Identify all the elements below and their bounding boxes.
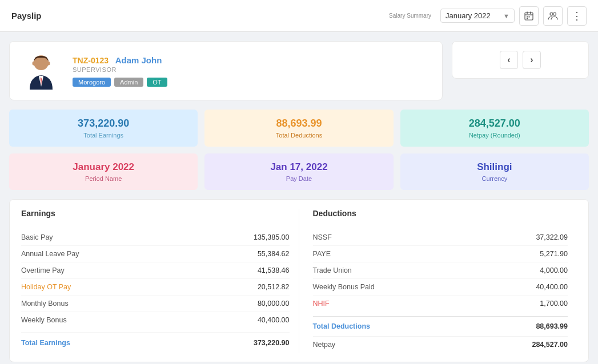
- earnings-item-value: 135,385.00: [254, 233, 290, 241]
- tag-ot: OT: [147, 78, 167, 87]
- netpay-row-label: Netpay: [313, 341, 336, 349]
- employee-role: SUPERVISOR: [73, 66, 431, 73]
- employee-header-line: TNZ-0123 Adam John: [73, 55, 431, 65]
- employee-section: TNZ-0123 Adam John SUPERVISOR Morogoro A…: [9, 41, 443, 100]
- employee-info: TNZ-0123 Adam John SUPERVISOR Morogoro A…: [73, 55, 431, 87]
- pay-date-card: Jan 17, 2022 Pay Date: [204, 153, 393, 190]
- total-deductions-label: Total Deductions: [214, 132, 384, 139]
- chevron-down-icon: ▼: [503, 13, 509, 19]
- pay-date-value: Jan 17, 2022: [214, 161, 384, 173]
- detail-card: Earnings Basic Pay135,385.00Annual Leave…: [9, 199, 589, 362]
- top-row: TNZ-0123 Adam John SUPERVISOR Morogoro A…: [9, 41, 589, 100]
- period-name-label: Period Name: [18, 175, 188, 182]
- period-name-value: January 2022: [18, 161, 188, 173]
- nav-section: ‹ ›: [452, 41, 589, 100]
- total-earnings-label: Total Earnings: [18, 132, 188, 139]
- earnings-line-item: Holiday OT Pay20,512.82: [21, 279, 290, 296]
- svg-point-10: [32, 61, 35, 65]
- tag-admin: Admin: [114, 78, 143, 87]
- chevron-left-icon: ‹: [507, 55, 510, 65]
- deductions-line-item: PAYE5,271.90: [313, 246, 568, 262]
- earnings-line-item: Annual Leave Pay55,384.62: [21, 246, 290, 262]
- pay-date-label: Pay Date: [214, 175, 384, 182]
- earnings-column: Earnings Basic Pay135,385.00Annual Leave…: [21, 209, 299, 353]
- earnings-line-item: Overtime Pay41,538.46: [21, 262, 290, 279]
- earnings-item-value: 20,512.82: [258, 283, 290, 291]
- period-select[interactable]: January 2022 ▼: [440, 9, 515, 23]
- employee-card: TNZ-0123 Adam John SUPERVISOR Morogoro A…: [9, 41, 443, 100]
- deductions-item-name: NSSF: [313, 233, 332, 241]
- app-header: Payslip Salary Summary January 2022 ▼: [0, 0, 598, 32]
- calendar-button[interactable]: [519, 6, 539, 26]
- earnings-line-item: Weekly Bonus40,400.00: [21, 312, 290, 328]
- people-icon: [548, 11, 558, 21]
- detail-grid: Earnings Basic Pay135,385.00Annual Leave…: [21, 209, 577, 353]
- earnings-item-value: 55,384.62: [258, 250, 290, 258]
- earnings-line-item: Monthly Bonus80,000.00: [21, 296, 290, 312]
- nav-card: ‹ ›: [452, 41, 589, 79]
- earnings-total-row: Total Earnings 373,220.90: [21, 333, 290, 353]
- deductions-title: Deductions: [313, 209, 568, 223]
- earnings-items: Basic Pay135,385.00Annual Leave Pay55,38…: [21, 229, 290, 328]
- deductions-item-value: 1,700.00: [540, 300, 568, 308]
- total-deductions-card: 88,693.99 Total Deductions: [204, 110, 393, 147]
- earnings-item-value: 80,000.00: [258, 300, 290, 308]
- deductions-items: NSSF37,322.09PAYE5,271.90Trade Union4,00…: [313, 229, 568, 312]
- netpay-row-value: 284,527.00: [532, 341, 568, 349]
- chevron-right-icon: ›: [530, 55, 533, 65]
- earnings-item-name: Holiday OT Pay: [21, 283, 71, 291]
- period-name-card: January 2022 Period Name: [9, 153, 198, 190]
- deductions-line-item: Trade Union4,000.00: [313, 262, 568, 279]
- deductions-total-row: Total Deductions 88,693.99: [313, 316, 568, 336]
- earnings-title: Earnings: [21, 209, 290, 223]
- earnings-item-name: Annual Leave Pay: [21, 250, 79, 258]
- deductions-line-item: Weekly Bonus Paid40,400.00: [313, 279, 568, 296]
- more-icon: ⋮: [572, 11, 582, 21]
- next-button[interactable]: ›: [523, 51, 541, 69]
- people-button[interactable]: [543, 6, 563, 26]
- period-select-text: January 2022: [446, 11, 500, 20]
- svg-rect-6: [527, 18, 528, 19]
- svg-point-11: [47, 61, 50, 65]
- deductions-item-name: PAYE: [313, 250, 331, 258]
- earnings-item-name: Basic Pay: [21, 233, 53, 241]
- currency-card: Shilingi Currency: [400, 153, 589, 190]
- deductions-item-name: Weekly Bonus Paid: [313, 283, 375, 291]
- netpay-label: Netpay (Rounded): [410, 132, 580, 139]
- salary-summary-label: Salary Summary: [389, 13, 431, 19]
- stats-section: 373,220.90 Total Earnings 88,693.99 Tota…: [9, 110, 589, 190]
- total-deductions-value: 88,693.99: [214, 118, 384, 130]
- avatar-icon: [23, 52, 60, 90]
- deductions-item-value: 40,400.00: [536, 283, 568, 291]
- earnings-item-value: 41,538.46: [258, 266, 290, 274]
- netpay-value: 284,527.00: [410, 118, 580, 130]
- earnings-total-label: Total Earnings: [21, 339, 70, 347]
- earnings-line-item: Basic Pay135,385.00: [21, 229, 290, 246]
- total-earnings-value: 373,220.90: [18, 118, 188, 130]
- more-options-button[interactable]: ⋮: [567, 6, 587, 26]
- deductions-line-item: NSSF37,322.09: [313, 229, 568, 246]
- app-title: Payslip: [11, 11, 42, 21]
- deductions-total-value: 88,693.99: [536, 322, 568, 330]
- calendar-icon: [524, 11, 533, 21]
- deductions-total-label: Total Deductions: [313, 322, 370, 330]
- stats-grid: 373,220.90 Total Earnings 88,693.99 Tota…: [9, 110, 589, 190]
- tag-morogoro: Morogoro: [73, 78, 111, 87]
- svg-rect-4: [527, 16, 528, 17]
- total-earnings-card: 373,220.90 Total Earnings: [9, 110, 198, 147]
- earnings-item-name: Weekly Bonus: [21, 316, 67, 324]
- header-right: Salary Summary January 2022 ▼: [389, 6, 587, 26]
- earnings-item-name: Monthly Bonus: [21, 300, 69, 308]
- employee-id: TNZ-0123: [73, 56, 109, 65]
- deductions-column: Deductions NSSF37,322.09PAYE5,271.90Trad…: [299, 209, 577, 353]
- earnings-total-value: 373,220.90: [254, 339, 290, 347]
- deductions-item-value: 4,000.00: [540, 266, 568, 274]
- prev-button[interactable]: ‹: [500, 51, 518, 69]
- deductions-item-name: Trade Union: [313, 266, 352, 274]
- earnings-item-name: Overtime Pay: [21, 266, 65, 274]
- netpay-card: 284,527.00 Netpay (Rounded): [400, 110, 589, 147]
- employee-name: Adam John: [115, 55, 162, 65]
- deductions-item-name: NHIF: [313, 300, 330, 308]
- employee-tags: Morogoro Admin OT: [73, 78, 431, 87]
- svg-point-7: [550, 13, 553, 15]
